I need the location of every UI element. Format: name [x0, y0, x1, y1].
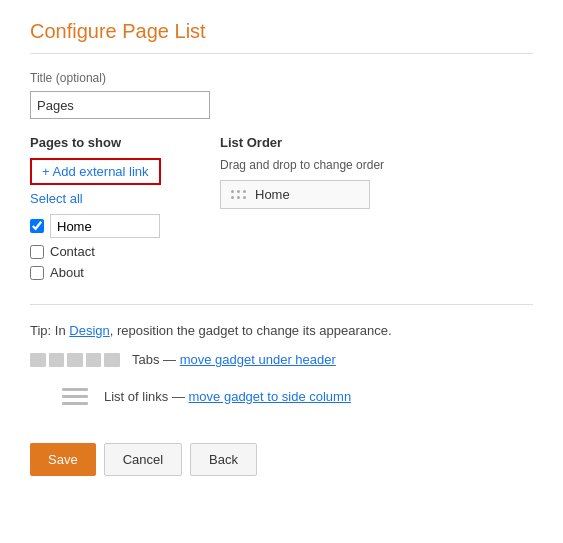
pages-section-label: Pages to show — [30, 135, 190, 150]
save-button[interactable]: Save — [30, 443, 96, 476]
select-all-link[interactable]: Select all — [30, 191, 190, 206]
title-input[interactable] — [30, 91, 210, 119]
list-order-label: List Order — [220, 135, 533, 150]
tabs-tip-description: Tabs — move gadget under header — [132, 352, 336, 367]
list-tip-description: List of links — move gadget to side colu… — [104, 389, 351, 404]
drag-handle — [231, 190, 247, 200]
move-gadget-under-header-link[interactable]: move gadget under header — [180, 352, 336, 367]
title-field-label: Title (optional) — [30, 70, 533, 85]
list-item: Contact — [30, 244, 190, 259]
optional-label: (optional) — [56, 71, 106, 85]
cancel-button[interactable]: Cancel — [104, 443, 182, 476]
list-item: About — [30, 265, 190, 280]
divider — [30, 304, 533, 305]
list-item — [30, 214, 190, 238]
order-list-item[interactable]: Home — [220, 180, 370, 209]
tip-item-tabs: Tabs — move gadget under header — [30, 352, 533, 367]
about-page-label: About — [50, 265, 84, 280]
contact-checkbox[interactable] — [30, 245, 44, 259]
home-page-input[interactable] — [50, 214, 160, 238]
add-external-link-button[interactable]: + Add external link — [30, 158, 161, 185]
tip-text: Tip: In Design, reposition the gadget to… — [30, 323, 533, 338]
tip-item-list: List of links — move gadget to side colu… — [30, 379, 533, 413]
drag-hint: Drag and drop to change order — [220, 158, 533, 172]
contact-page-label: Contact — [50, 244, 95, 259]
back-button[interactable]: Back — [190, 443, 257, 476]
tabs-icon — [30, 353, 120, 367]
move-gadget-to-side-column-link[interactable]: move gadget to side column — [189, 389, 352, 404]
design-link[interactable]: Design — [69, 323, 109, 338]
list-icon — [58, 379, 92, 413]
about-checkbox[interactable] — [30, 266, 44, 280]
home-checkbox[interactable] — [30, 219, 44, 233]
order-item-label: Home — [255, 187, 290, 202]
page-title: Configure Page List — [30, 20, 533, 54]
